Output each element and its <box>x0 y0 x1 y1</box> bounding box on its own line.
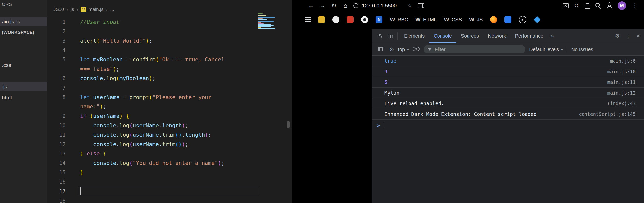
file-item-html[interactable]: html <box>0 93 47 102</box>
line-number[interactable]: 14 <box>47 159 66 168</box>
code-line-wrap[interactable]: === false"); <box>47 64 292 74</box>
devtools-settings-gear-icon[interactable]: ⚙ <box>615 33 620 39</box>
console-prompt[interactable]: > <box>372 120 644 131</box>
line-number[interactable]: 6 <box>47 74 66 83</box>
code-line-9[interactable]: 9if (userName) { <box>47 111 292 121</box>
line-number[interactable] <box>47 102 66 111</box>
line-number[interactable]: 7 <box>47 83 66 93</box>
file-item-css[interactable]: .css <box>0 61 47 70</box>
open-editors-header[interactable]: ORS <box>0 0 47 8</box>
bookmark-pdf[interactable] <box>347 16 354 23</box>
breadcrumb-item-subfolder[interactable]: js <box>71 7 74 12</box>
browser-menu-kebab-icon[interactable]: ⋮ <box>629 3 640 9</box>
line-number[interactable]: 13 <box>47 149 66 159</box>
console-row-1[interactable]: truemain.js:6 <box>372 56 644 66</box>
code-line-8[interactable]: 8let userName = prompt("Please enter you… <box>47 93 292 102</box>
code-line-6[interactable]: 6console.log(myBoolean); <box>47 74 292 83</box>
code-line-wrap[interactable]: name:"); <box>47 102 292 111</box>
bookmark-html[interactable]: WHTML <box>416 16 436 23</box>
inspect-element-icon[interactable] <box>376 33 386 39</box>
workspace-header[interactable]: (WORKSPACE) <box>0 28 47 37</box>
address-bar[interactable]: 127.0.0.1:5500 ☆ <box>354 3 416 9</box>
line-number[interactable]: 12 <box>47 140 66 149</box>
site-info-icon[interactable] <box>354 3 358 8</box>
line-number[interactable]: 1 <box>47 17 66 27</box>
code-line-15[interactable]: 15} <box>47 168 292 177</box>
code-line-14[interactable]: 14 console.log("You did not enter a name… <box>47 159 292 168</box>
apps-grid[interactable] <box>306 17 310 22</box>
code-line-17[interactable]: 17 <box>47 187 292 196</box>
forward-button[interactable]: → <box>317 3 328 9</box>
line-number[interactable]: 8 <box>47 93 66 102</box>
bookmark-github[interactable] <box>361 16 368 23</box>
page-content[interactable] <box>292 28 372 203</box>
line-number[interactable]: 2 <box>47 27 66 36</box>
extension-history-icon[interactable]: ↺ <box>571 3 582 9</box>
line-number[interactable]: 16 <box>47 177 66 187</box>
live-expression-eye-icon[interactable] <box>413 46 420 52</box>
open-editor-item[interactable]: ain.js js <box>0 17 47 26</box>
bookmark-star-icon[interactable]: ☆ <box>404 3 416 8</box>
code-line-11[interactable]: 11 console.log(userName.trim().length); <box>47 130 292 140</box>
url-text[interactable]: 127.0.0.1:5500 <box>362 3 396 9</box>
code-line-7[interactable]: 7 <box>47 83 292 93</box>
code-line-2[interactable]: 2 <box>47 27 292 36</box>
line-number[interactable]: 9 <box>47 111 66 121</box>
line-number[interactable]: 3 <box>47 36 66 45</box>
context-selector[interactable]: top ▾ <box>398 46 409 52</box>
tab-console[interactable]: Console <box>429 29 456 43</box>
code-line-1[interactable]: 1//User input <box>47 17 292 27</box>
code-line-16[interactable]: 16 <box>47 177 292 187</box>
extension-printer-icon[interactable] <box>582 3 593 9</box>
code-line-5[interactable]: 5let myBoolean = confirm("Ok === true, C… <box>47 55 292 64</box>
line-number[interactable]: 18 <box>47 196 66 203</box>
bookmark-openai[interactable] <box>332 16 339 23</box>
bookmark-rbc[interactable]: WRBC <box>390 16 408 23</box>
console-filter-input[interactable] <box>424 45 525 53</box>
editor-scrollbar-thumb[interactable] <box>286 121 290 128</box>
line-number[interactable]: 15 <box>47 168 66 177</box>
home-button[interactable]: ⌂ <box>340 3 351 9</box>
breadcrumb-item-folder[interactable]: JS10 <box>53 7 64 12</box>
line-number[interactable]: 11 <box>47 130 66 140</box>
bookmark-n[interactable]: N <box>376 16 382 23</box>
breadcrumb-item-more[interactable]: ... <box>110 7 114 12</box>
console-row-5[interactable]: Live reload enabled.(index):43 <box>372 98 644 109</box>
back-button[interactable]: ← <box>306 3 317 9</box>
console-source-link[interactable]: main.js:10 <box>607 69 636 74</box>
profile-switcher-icon[interactable] <box>604 5 615 6</box>
file-item-js[interactable]: .js <box>0 82 47 91</box>
reload-button[interactable]: ↻ <box>328 3 340 9</box>
console-row-3[interactable]: 5main.js:11 <box>372 77 644 88</box>
console-row-4[interactable]: Mylanmain.js:12 <box>372 88 644 98</box>
console-sidebar-icon[interactable] <box>376 46 386 52</box>
extension-search-icon[interactable] <box>593 4 604 7</box>
minimap[interactable] <box>258 13 286 33</box>
line-number[interactable]: 17 <box>47 187 66 196</box>
code-line-12[interactable]: 12 console.log(userName.trim()); <box>47 140 292 149</box>
console-row-6[interactable]: Enhanced Dark Mode Extension: Content sc… <box>372 109 644 120</box>
devtools-kebab-icon[interactable]: ⋮ <box>626 33 631 39</box>
code-line-18[interactable]: 18 <box>47 196 292 203</box>
devtools-close-icon[interactable]: × <box>636 32 640 40</box>
bookmark-js[interactable]: WJS <box>469 16 483 23</box>
line-number[interactable]: 4 <box>47 45 66 55</box>
log-levels-dropdown[interactable]: Default levels ▾ <box>529 46 563 52</box>
console-source-link[interactable]: main.js:12 <box>607 90 636 96</box>
code-line-4[interactable]: 4 <box>47 45 292 55</box>
code-line-13[interactable]: 13} else { <box>47 149 292 159</box>
console-source-link[interactable]: main.js:11 <box>607 79 636 85</box>
tab-elements[interactable]: Elements <box>400 29 429 43</box>
console-source-link[interactable]: main.js:6 <box>610 58 636 64</box>
tab-network[interactable]: Network <box>483 29 510 43</box>
bookmark-yellow[interactable] <box>318 16 325 23</box>
console-source-link[interactable]: contentScript.js:145 <box>579 111 636 117</box>
line-number[interactable]: 5 <box>47 55 66 64</box>
bookmark-blue[interactable] <box>504 16 512 23</box>
bookmark-firefox[interactable] <box>490 16 497 23</box>
code-line-3[interactable]: 3alert("Hello World!"); <box>47 36 292 45</box>
console-row-2[interactable]: 9main.js:10 <box>372 66 644 77</box>
side-panel-icon[interactable] <box>416 3 426 8</box>
code-area[interactable]: 1//User input23alert("Hello World!");45l… <box>47 17 292 203</box>
breadcrumb-item-file[interactable]: main.js <box>88 7 103 12</box>
